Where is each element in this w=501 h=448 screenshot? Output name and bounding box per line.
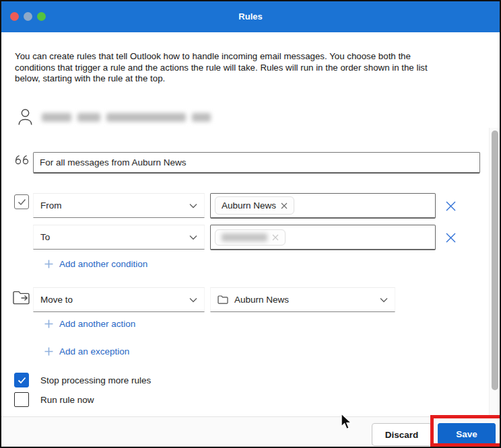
- chevron-down-icon: [189, 203, 197, 209]
- window-title: Rules: [1, 1, 500, 32]
- condition-field-label: From: [40, 200, 189, 211]
- scrollbar-thumb[interactable]: [492, 130, 498, 390]
- add-exception-label: Add an exception: [59, 346, 129, 357]
- add-exception-link[interactable]: Add an exception: [44, 346, 129, 357]
- action-folder-dropdown[interactable]: Auburn News: [210, 287, 395, 312]
- x-icon: [446, 233, 456, 243]
- condition-enabled-checkbox[interactable]: [14, 194, 29, 209]
- condition-value-well-from[interactable]: Auburn News: [210, 193, 436, 219]
- discard-button[interactable]: Discard: [372, 423, 432, 446]
- remove-condition-button[interactable]: [442, 198, 459, 214]
- add-condition-label: Add another condition: [59, 259, 147, 269]
- plus-icon: [44, 260, 53, 268]
- chevron-down-icon: [189, 235, 197, 240]
- chevron-down-icon: [380, 297, 388, 303]
- stop-processing-label: Stop processing more rules: [40, 375, 151, 385]
- quote-icon: [15, 155, 32, 165]
- rules-dialog: Rules You can create rules that tell Out…: [0, 0, 501, 448]
- condition-value-well-to[interactable]: [210, 225, 436, 250]
- x-small-icon[interactable]: [281, 202, 288, 209]
- checkmark-icon: [18, 198, 26, 206]
- condition-field-label: To: [40, 232, 189, 242]
- add-action-label: Add another action: [59, 319, 135, 329]
- recipient-tag-redacted[interactable]: [215, 229, 286, 246]
- run-rule-now-label: Run rule now: [40, 395, 94, 405]
- condition-field-dropdown-to[interactable]: To: [33, 225, 205, 250]
- action-field-label: Move to: [40, 295, 189, 305]
- recipient-tag-label: Auburn News: [222, 200, 276, 211]
- run-rule-now-checkbox[interactable]: [14, 392, 29, 407]
- x-small-icon[interactable]: [272, 234, 279, 241]
- folder-icon: [218, 295, 228, 304]
- titlebar: Rules: [1, 1, 500, 32]
- save-button[interactable]: Save: [438, 423, 496, 445]
- checkmark-icon: [18, 377, 26, 384]
- scrollbar-track[interactable]: [489, 128, 500, 416]
- stop-processing-checkbox[interactable]: [14, 373, 29, 387]
- intro-text: You can create rules that tell Outlook h…: [15, 51, 444, 85]
- condition-field-dropdown-from[interactable]: From: [33, 193, 205, 218]
- folder-move-icon: [13, 291, 31, 305]
- plus-icon: [44, 320, 53, 328]
- remove-condition-button[interactable]: [442, 229, 459, 246]
- account-email-redacted: [42, 113, 211, 122]
- add-action-link[interactable]: Add another action: [44, 319, 135, 329]
- person-icon: [18, 108, 33, 126]
- rule-name-input[interactable]: [33, 152, 480, 174]
- action-field-dropdown[interactable]: Move to: [33, 287, 205, 312]
- action-folder-label: Auburn News: [234, 295, 380, 305]
- chevron-down-icon: [189, 297, 197, 303]
- recipient-tag[interactable]: Auburn News: [215, 196, 294, 215]
- add-condition-link[interactable]: Add another condition: [44, 259, 147, 269]
- plus-icon: [44, 347, 53, 356]
- x-icon: [446, 201, 456, 211]
